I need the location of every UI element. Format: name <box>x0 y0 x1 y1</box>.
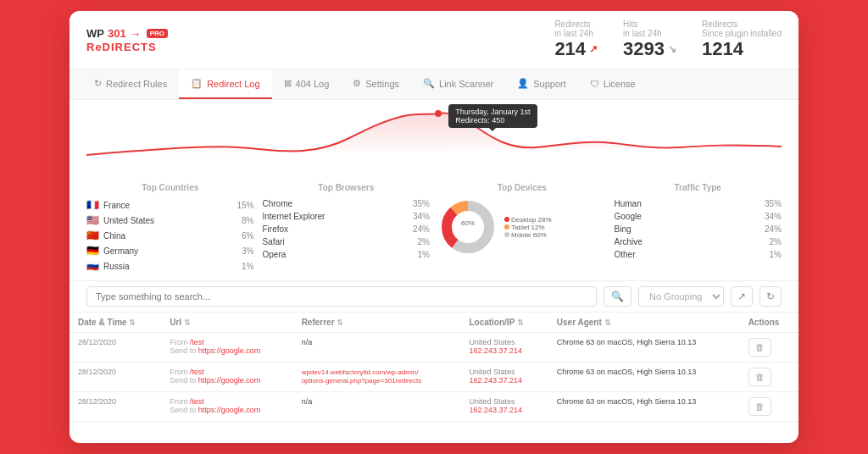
list-item: 🇺🇸United States 8% <box>86 213 254 228</box>
sort-icon[interactable]: ⇅ <box>184 318 191 327</box>
stat-label-redirects: Redirectsin last 24h <box>554 19 598 38</box>
grouping-select[interactable]: No Grouping <box>638 286 724 307</box>
main-card: WP 301 → PRO ReDIRECTS Redirectsin last … <box>70 11 798 443</box>
list-item: 🇫🇷France 15% <box>86 197 254 213</box>
row-url: From /test Send to https://google.com <box>161 392 292 422</box>
table-row: 28/12/2020 From /test Send to https://go… <box>70 363 798 392</box>
svg-point-0 <box>435 110 442 117</box>
tabs-bar: ↻ Redirect Rules 📋 Redirect Log ⊠ 404 Lo… <box>70 69 798 100</box>
list-item: Firefox24% <box>263 223 431 235</box>
tab-settings[interactable]: ⚙ Settings <box>341 69 411 99</box>
stat-label-total: RedirectsSince plugin installed <box>702 19 782 38</box>
sort-icon[interactable]: ⇅ <box>337 318 343 327</box>
table-area: Date & Time ⇅ Url ⇅ Referrer ⇅ Location/… <box>70 313 798 443</box>
list-item: Archive2% <box>615 235 782 248</box>
from-link[interactable]: /test <box>190 338 204 346</box>
header: WP 301 → PRO ReDIRECTS Redirectsin last … <box>70 11 798 69</box>
list-item: Bing24% <box>615 223 782 235</box>
row-url: From /test Send to https://google.com <box>161 363 292 392</box>
row-action: 🗑 <box>740 363 798 392</box>
top-countries-title: Top Countries <box>86 183 254 192</box>
table-row: 28/12/2020 From /test Send to https://go… <box>70 333 798 363</box>
tab-redirect-log[interactable]: 📋 Redirect Log <box>179 69 271 99</box>
top-countries-section: Top Countries 🇫🇷France 15% 🇺🇸United Stat… <box>86 183 254 274</box>
col-url: Url ⇅ <box>161 313 292 333</box>
col-referrer: Referrer ⇅ <box>293 313 461 333</box>
ip-link[interactable]: 162.243.37.214 <box>469 406 539 414</box>
row-location: United States 162.243.37.214 <box>460 363 548 392</box>
logo-301: 301 <box>108 27 126 40</box>
redirects-chart <box>86 108 782 168</box>
list-item: 🇩🇪Germany 3% <box>86 243 254 258</box>
row-ua: Chrome 63 on macOS, High Sierra 10.13 <box>548 363 740 392</box>
stats-row: Top Countries 🇫🇷France 15% 🇺🇸United Stat… <box>70 176 798 281</box>
delete-button[interactable]: 🗑 <box>748 368 771 386</box>
license-icon: 🛡 <box>590 79 599 89</box>
list-item: Opera1% <box>263 248 431 261</box>
referrer-link[interactable]: wpdev14.webfactoryltd.com/wp-admin/optio… <box>302 368 422 385</box>
logo-redirects: ReDIRECTS <box>86 41 157 53</box>
device-legend: Desktop 28% Tablet 12% Mobile 60% <box>504 216 552 239</box>
top-devices-title: Top Devices <box>438 183 606 192</box>
to-link[interactable]: https://google.com <box>198 406 261 414</box>
delete-button[interactable]: 🗑 <box>748 338 771 357</box>
ip-link[interactable]: 162.243.37.214 <box>469 376 539 385</box>
row-action: 🗑 <box>740 333 798 363</box>
tab-redirect-rules[interactable]: ↻ Redirect Rules <box>82 69 179 99</box>
ip-link[interactable]: 162.243.37.214 <box>469 346 539 355</box>
top-browsers-section: Top Browsers Chrome35% Internet Explorer… <box>263 183 431 274</box>
sort-icon[interactable]: ⇅ <box>604 318 611 327</box>
tab-404-log[interactable]: ⊠ 404 Log <box>272 69 342 99</box>
row-location: United States 162.243.37.214 <box>460 392 548 422</box>
stat-value-hits: 3293 ↘ <box>623 38 676 60</box>
sort-icon[interactable]: ⇅ <box>129 318 136 327</box>
chart-tooltip: Thursday, January 1st Redirects: 450 <box>448 104 537 128</box>
svg-text:60%: 60% <box>461 219 475 227</box>
tab-license[interactable]: 🛡 License <box>578 70 648 99</box>
top-browsers-list: Chrome35% Internet Explorer34% Firefox24… <box>263 197 431 261</box>
export-button[interactable]: ↗ <box>731 286 753 307</box>
support-icon: 👤 <box>517 78 529 89</box>
stat-value-redirects: 214 ↗ <box>554 38 598 60</box>
to-link[interactable]: https://google.com <box>198 346 261 355</box>
from-link[interactable]: /test <box>190 368 204 376</box>
top-devices-section: Top Devices 60% Desktop 28% <box>438 183 606 274</box>
refresh-button[interactable]: ↻ <box>760 286 782 307</box>
search-input[interactable] <box>86 286 597 307</box>
list-item: Chrome35% <box>263 197 431 210</box>
list-item: Safari2% <box>263 235 431 248</box>
col-user-agent: User Agent ⇅ <box>548 313 740 333</box>
stat-redirects-total: RedirectsSince plugin installed 1214 <box>702 19 782 60</box>
sort-icon[interactable]: ⇅ <box>517 318 524 327</box>
search-button[interactable]: 🔍 <box>604 286 632 307</box>
log-table: Date & Time ⇅ Url ⇅ Referrer ⇅ Location/… <box>70 313 798 422</box>
traffic-type-title: Traffic Type <box>615 183 782 192</box>
tab-link-scanner[interactable]: 🔍 Link Scanner <box>411 69 505 99</box>
from-link[interactable]: /test <box>190 397 204 406</box>
delete-button[interactable]: 🗑 <box>748 397 771 416</box>
redirect-rules-icon: ↻ <box>94 78 102 89</box>
logo-top: WP 301 → PRO <box>86 27 168 41</box>
donut-chart: 60% <box>438 197 498 257</box>
top-countries-list: 🇫🇷France 15% 🇺🇸United States 8% 🇨🇳China … <box>86 197 254 274</box>
search-bar: 🔍 No Grouping ↗ ↻ <box>70 281 798 313</box>
stat-up-arrow-icon: ↗ <box>589 43 598 55</box>
traffic-type-list: Human35% Google34% Bing24% Archive2% Oth… <box>615 197 782 261</box>
stat-redirects-24h: Redirectsin last 24h 214 ↗ <box>554 19 598 60</box>
table-header-row: Date & Time ⇅ Url ⇅ Referrer ⇅ Location/… <box>70 313 798 333</box>
row-referrer: n/a <box>293 392 461 422</box>
list-item: 🇨🇳China 6% <box>86 228 254 243</box>
row-referrer: n/a <box>293 333 461 363</box>
row-location: United States 162.243.37.214 <box>460 333 548 363</box>
404-log-icon: ⊠ <box>284 78 292 89</box>
tab-support[interactable]: 👤 Support <box>505 69 578 99</box>
logo-pro-badge: PRO <box>147 29 168 38</box>
logo-wp: WP <box>86 27 104 40</box>
row-referrer: wpdev14.webfactoryltd.com/wp-admin/optio… <box>293 363 461 392</box>
stat-down-arrow-icon: ↘ <box>668 43 676 55</box>
to-link[interactable]: https://google.com <box>198 376 261 385</box>
row-ua: Chrome 63 on macOS, High Sierra 10.13 <box>548 333 740 363</box>
row-url: From /test Send to https://google.com <box>161 333 292 363</box>
table-row: 28/12/2020 From /test Send to https://go… <box>70 392 798 422</box>
traffic-type-section: Traffic Type Human35% Google34% Bing24% … <box>615 183 782 274</box>
